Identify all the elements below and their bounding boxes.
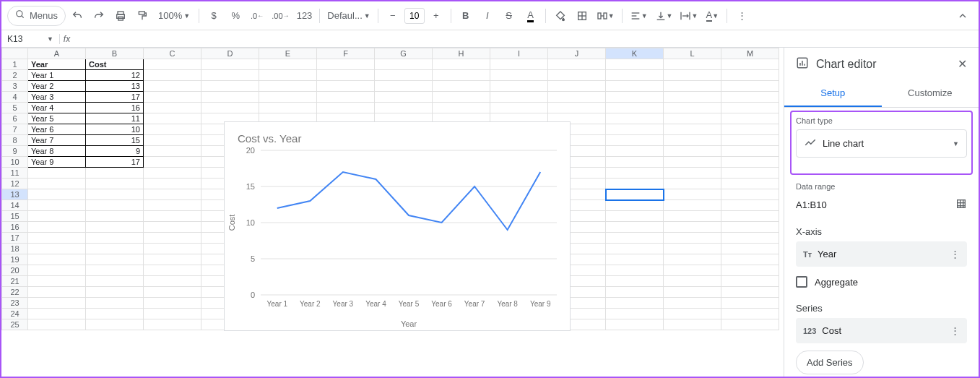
cell[interactable] <box>664 211 721 222</box>
cell[interactable] <box>664 222 721 233</box>
cell[interactable] <box>259 59 317 70</box>
cell[interactable]: 12 <box>86 70 144 81</box>
cell[interactable] <box>144 168 201 179</box>
menus-button[interactable]: Menus <box>7 6 66 26</box>
cell[interactable] <box>28 319 86 330</box>
row-header[interactable]: 24 <box>2 309 28 319</box>
cell[interactable] <box>86 168 144 179</box>
cell[interactable] <box>433 70 490 81</box>
cell[interactable] <box>606 179 664 189</box>
cell[interactable]: Year 6 <box>28 124 86 135</box>
cell[interactable] <box>144 287 201 298</box>
cell[interactable] <box>664 103 721 113</box>
row-header[interactable]: 20 <box>2 265 28 276</box>
cell[interactable] <box>144 157 201 168</box>
more-formats-button[interactable]: 123 <box>294 6 316 26</box>
paint-format-button[interactable] <box>132 6 152 26</box>
cell[interactable]: Year 4 <box>28 103 86 113</box>
cell[interactable] <box>606 70 664 81</box>
cell[interactable] <box>721 200 779 211</box>
cell[interactable]: Year 1 <box>28 70 86 81</box>
chart-type-select[interactable]: Line chart ▼ <box>796 129 967 158</box>
rotate-button[interactable]: A▼ <box>702 6 722 26</box>
decrease-font-button[interactable]: − <box>383 6 403 26</box>
cell[interactable] <box>28 233 86 244</box>
cell[interactable] <box>721 146 779 157</box>
cell[interactable] <box>144 265 201 276</box>
row-header[interactable]: 19 <box>2 254 28 265</box>
font-size-input[interactable] <box>404 8 425 24</box>
name-box[interactable]: K13▼ <box>1 34 59 44</box>
row-header[interactable]: 2 <box>2 70 28 81</box>
cell[interactable] <box>721 233 779 244</box>
cell[interactable]: 9 <box>86 146 144 157</box>
cell[interactable] <box>606 200 664 211</box>
cell[interactable] <box>664 298 721 309</box>
row-header[interactable]: 12 <box>2 179 28 189</box>
collapse-toolbar-button[interactable] <box>953 6 973 26</box>
cell[interactable] <box>606 168 664 179</box>
bold-button[interactable]: B <box>456 6 476 26</box>
cell[interactable] <box>86 244 144 254</box>
cell[interactable] <box>317 70 375 81</box>
cell[interactable] <box>664 276 721 287</box>
cell[interactable] <box>606 211 664 222</box>
cell[interactable] <box>433 59 490 70</box>
cell[interactable] <box>664 200 721 211</box>
tab-setup[interactable]: Setup <box>784 80 882 107</box>
cell[interactable] <box>433 81 490 92</box>
cell[interactable]: Year 2 <box>28 81 86 92</box>
tab-customize[interactable]: Customize <box>882 80 979 107</box>
increase-font-button[interactable]: + <box>426 6 446 26</box>
cell[interactable] <box>606 124 664 135</box>
row-header[interactable]: 13 <box>2 189 28 200</box>
cell[interactable] <box>28 265 86 276</box>
cell[interactable] <box>86 200 144 211</box>
cell[interactable] <box>490 70 548 81</box>
cell[interactable] <box>721 222 779 233</box>
cell[interactable] <box>664 135 721 146</box>
col-header[interactable]: E <box>259 48 317 59</box>
cell[interactable] <box>86 319 144 330</box>
cell[interactable] <box>606 319 664 330</box>
cell[interactable] <box>144 124 201 135</box>
cell[interactable] <box>548 59 606 70</box>
cell[interactable] <box>606 298 664 309</box>
cell[interactable] <box>28 276 86 287</box>
cell[interactable] <box>144 211 201 222</box>
cell[interactable] <box>548 103 606 113</box>
cell[interactable] <box>86 222 144 233</box>
cell[interactable] <box>548 81 606 92</box>
zoom-dropdown[interactable]: 100% ▼ <box>154 6 194 26</box>
cell[interactable] <box>317 59 375 70</box>
strike-button[interactable]: S <box>499 6 519 26</box>
row-header[interactable]: 14 <box>2 200 28 211</box>
cell[interactable] <box>606 59 664 70</box>
cell[interactable] <box>606 92 664 103</box>
cell[interactable] <box>144 113 201 124</box>
cell[interactable]: 15 <box>86 135 144 146</box>
xaxis-chip[interactable]: Tт Year ⋮ <box>796 241 967 267</box>
cell[interactable] <box>144 59 201 70</box>
cell[interactable] <box>721 211 779 222</box>
cell[interactable] <box>664 81 721 92</box>
cell[interactable] <box>86 309 144 319</box>
text-color-button[interactable]: A <box>521 6 541 26</box>
cell[interactable]: Year 3 <box>28 92 86 103</box>
cell[interactable] <box>606 157 664 168</box>
row-header[interactable]: 5 <box>2 103 28 113</box>
cell[interactable] <box>664 233 721 244</box>
cell[interactable] <box>86 265 144 276</box>
cell[interactable] <box>28 179 86 189</box>
cell[interactable] <box>664 157 721 168</box>
cell[interactable] <box>721 168 779 179</box>
cell[interactable] <box>721 254 779 265</box>
cell[interactable] <box>664 265 721 276</box>
cell[interactable] <box>28 200 86 211</box>
cell[interactable]: 17 <box>86 157 144 168</box>
cell[interactable] <box>28 189 86 200</box>
col-header[interactable]: F <box>317 48 375 59</box>
cell[interactable]: Year <box>28 59 86 70</box>
cell[interactable] <box>144 146 201 157</box>
cell[interactable] <box>144 254 201 265</box>
